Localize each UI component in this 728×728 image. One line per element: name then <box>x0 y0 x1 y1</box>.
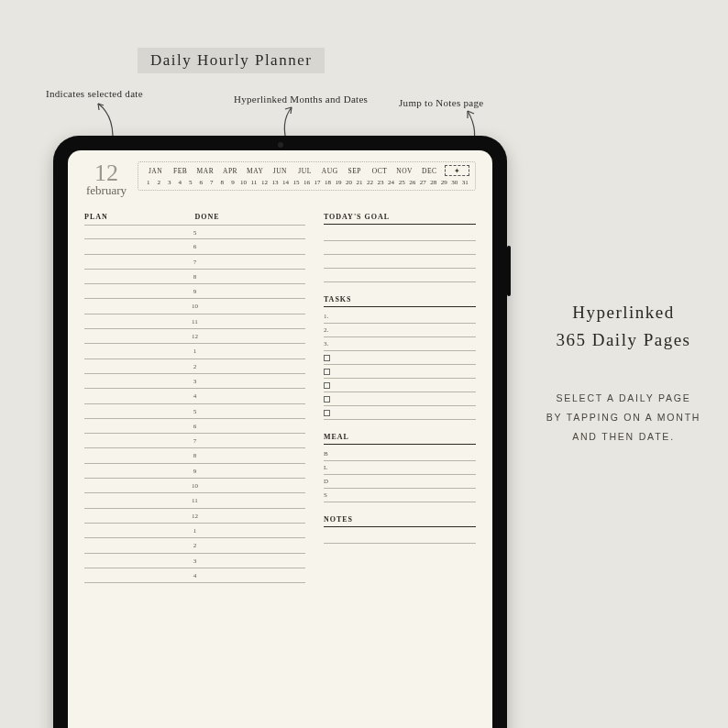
meal-line-b[interactable]: B <box>324 447 476 461</box>
month-link-mar[interactable]: MAR <box>193 167 216 175</box>
goal-header: TODAY'S GOAL <box>324 213 476 225</box>
selected-month-label: february <box>84 183 128 198</box>
date-link-7[interactable]: 7 <box>207 179 216 186</box>
checkbox-icon[interactable] <box>324 410 330 416</box>
hour-row[interactable]: 12 <box>84 509 305 524</box>
task-checkbox-line[interactable] <box>324 365 476 379</box>
month-link-sep[interactable]: SEP <box>343 167 366 175</box>
date-link-18[interactable]: 18 <box>324 179 333 186</box>
date-link-10[interactable]: 10 <box>239 179 248 186</box>
jump-to-notes-button[interactable]: ✦ <box>445 165 469 176</box>
date-link-23[interactable]: 23 <box>376 179 385 186</box>
hour-row[interactable]: 3 <box>84 554 305 568</box>
hour-row[interactable]: 8 <box>84 448 305 463</box>
hour-row[interactable]: 7 <box>84 255 305 270</box>
meal-line-s[interactable]: S <box>324 489 476 502</box>
hour-row[interactable]: 3 <box>84 374 305 389</box>
date-link-12[interactable]: 12 <box>260 179 270 186</box>
goal-line[interactable] <box>324 269 476 282</box>
hour-row[interactable]: 11 <box>84 493 305 508</box>
hour-label: 7 <box>84 434 305 448</box>
date-link-1[interactable]: 1 <box>144 179 153 186</box>
task-checkbox-line[interactable] <box>324 406 476 420</box>
month-link-nov[interactable]: NOV <box>393 167 416 175</box>
date-link-28[interactable]: 28 <box>429 179 438 186</box>
date-link-19[interactable]: 19 <box>334 179 343 186</box>
hour-row[interactable]: 2 <box>84 359 305 374</box>
notes-line[interactable] <box>324 530 476 544</box>
date-link-13[interactable]: 13 <box>270 179 280 186</box>
date-link-3[interactable]: 3 <box>165 179 174 186</box>
date-link-8[interactable]: 8 <box>218 179 227 186</box>
date-link-20[interactable]: 20 <box>345 179 354 186</box>
goal-line[interactable] <box>324 227 476 241</box>
date-link-26[interactable]: 26 <box>408 179 417 186</box>
month-link-jan[interactable]: JAN <box>144 167 167 175</box>
promo-line-1: Hyperlinked <box>541 303 706 323</box>
goal-line[interactable] <box>324 255 476 269</box>
task-line[interactable]: 2. <box>324 324 476 337</box>
task-checkbox-line[interactable] <box>324 379 476 392</box>
date-link-5[interactable]: 5 <box>186 179 195 186</box>
month-link-aug[interactable]: AUG <box>318 167 341 175</box>
task-checkbox-line[interactable] <box>324 392 476 406</box>
hour-row[interactable]: 4 <box>84 568 305 583</box>
meal-line-d[interactable]: D <box>324 475 476 489</box>
month-link-jun[interactable]: JUN <box>269 167 292 175</box>
task-checkbox-line[interactable] <box>324 351 476 365</box>
hour-row[interactable]: 10 <box>84 299 305 314</box>
hour-row[interactable]: 8 <box>84 270 305 284</box>
month-link-jul[interactable]: JUL <box>293 167 316 175</box>
month-link-may[interactable]: MAY <box>244 167 267 175</box>
month-link-feb[interactable]: FEB <box>169 167 192 175</box>
month-link-dec[interactable]: DEC <box>418 167 441 175</box>
meal-line-l[interactable]: L <box>324 461 476 475</box>
month-link-oct[interactable]: OCT <box>368 167 391 175</box>
date-link-2[interactable]: 2 <box>155 179 164 186</box>
hour-label: 8 <box>84 448 305 463</box>
checkbox-icon[interactable] <box>324 396 330 403</box>
date-link-30[interactable]: 30 <box>450 179 459 186</box>
goal-line[interactable] <box>324 241 476 255</box>
checkbox-icon[interactable] <box>324 355 330 361</box>
date-link-27[interactable]: 27 <box>418 179 427 186</box>
hour-label: 4 <box>84 389 305 403</box>
date-link-25[interactable]: 25 <box>397 179 406 186</box>
hour-row[interactable]: 5 <box>84 404 305 419</box>
month-link-apr[interactable]: APR <box>218 167 241 175</box>
date-link-22[interactable]: 22 <box>366 179 375 186</box>
date-link-11[interactable]: 11 <box>249 179 259 186</box>
hour-row[interactable]: 5 <box>84 225 305 239</box>
hour-row[interactable]: 1 <box>84 524 305 538</box>
date-link-6[interactable]: 6 <box>197 179 206 186</box>
hour-row[interactable]: 6 <box>84 239 305 254</box>
checkbox-icon[interactable] <box>324 369 330 375</box>
date-link-17[interactable]: 17 <box>313 179 322 186</box>
hour-label: 8 <box>84 270 305 284</box>
date-link-21[interactable]: 21 <box>355 179 364 186</box>
checkbox-icon[interactable] <box>324 382 330 389</box>
date-link-15[interactable]: 15 <box>292 179 301 186</box>
selected-date[interactable]: 12 february <box>84 161 128 198</box>
hour-row[interactable]: 12 <box>84 329 305 344</box>
date-link-9[interactable]: 9 <box>228 179 237 186</box>
hour-row[interactable]: 11 <box>84 314 305 329</box>
date-link-16[interactable]: 16 <box>303 179 312 186</box>
date-link-31[interactable]: 31 <box>460 179 469 186</box>
date-link-29[interactable]: 29 <box>439 179 448 186</box>
hour-label: 11 <box>84 314 305 329</box>
hour-row[interactable]: 2 <box>84 538 305 553</box>
hour-row[interactable]: 4 <box>84 389 305 403</box>
date-link-24[interactable]: 24 <box>387 179 396 186</box>
task-line[interactable]: 3. <box>324 337 476 351</box>
date-link-14[interactable]: 14 <box>281 179 291 186</box>
hour-row[interactable]: 7 <box>84 434 305 448</box>
hour-row[interactable]: 6 <box>84 419 305 434</box>
hour-row[interactable]: 1 <box>84 344 305 358</box>
date-link-4[interactable]: 4 <box>176 179 185 186</box>
task-line[interactable]: 1. <box>324 310 476 324</box>
hour-label: 1 <box>84 344 305 358</box>
hour-row[interactable]: 9 <box>84 284 305 299</box>
hour-row[interactable]: 9 <box>84 464 305 479</box>
hour-row[interactable]: 10 <box>84 479 305 493</box>
